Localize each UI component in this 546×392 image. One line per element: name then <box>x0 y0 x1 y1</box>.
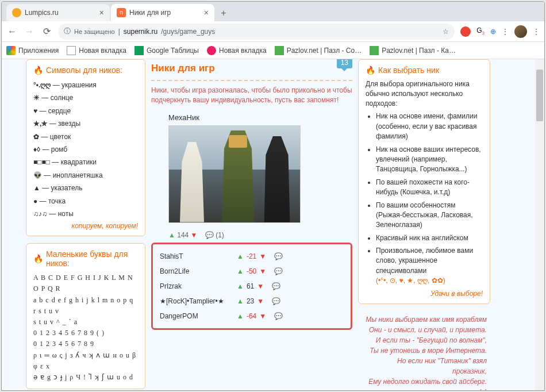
page-title: Ники для игр <box>151 63 352 74</box>
profile-avatar[interactable] <box>514 25 527 38</box>
star-icon[interactable]: ☆ <box>443 28 449 36</box>
fire-icon: 🔥 <box>366 66 375 75</box>
reload-icon[interactable]: ⟳ <box>41 26 52 37</box>
letter-line[interactable]: 0 1 2 3 4 5 6 7 8 9 <box>33 339 138 349</box>
letter-line[interactable]: A B C D E F G H I J K L M N O P Q R <box>33 272 138 294</box>
symbol-row[interactable]: 👽 — инопланетяшка <box>33 170 138 181</box>
luck-text: Удачи в выборе! <box>366 290 483 298</box>
page-header: Ники для игр 13 <box>151 59 352 81</box>
downvote-icon[interactable]: ▼ <box>191 231 198 239</box>
upvote-icon[interactable]: ▲ <box>237 297 244 305</box>
back-icon[interactable]: ← <box>6 26 18 37</box>
url-host: supernik.ru <box>124 28 157 36</box>
symbol-row[interactable]: °•.ღღ — украшения <box>33 79 138 91</box>
comment-icon[interactable]: 💬 <box>205 231 214 239</box>
downvote-icon[interactable]: ▼ <box>259 267 266 275</box>
upvote-icon[interactable]: ▲ <box>237 312 244 320</box>
symbol-row[interactable]: ▲ — указатель <box>33 182 138 194</box>
tip-item: По вашим особенностям (Рыжая-бесстыжая, … <box>376 201 483 230</box>
apps-button[interactable]: Приложения <box>6 46 59 55</box>
ext-icon[interactable]: ⊕ <box>490 28 496 36</box>
tab-niki[interactable]: n Ники для игр × <box>111 4 214 21</box>
pink-icon <box>207 46 216 55</box>
vote-count: 144 <box>177 231 189 239</box>
upvote-icon[interactable]: ▲ <box>168 231 175 239</box>
comment-icon[interactable]: 💬 <box>274 267 283 275</box>
sheets-icon <box>134 46 144 55</box>
tab-lumpics[interactable]: Lumpics.ru × <box>6 4 110 21</box>
ext-icon[interactable]: ⋮ <box>502 28 509 36</box>
new-tab-button[interactable]: + <box>216 5 232 21</box>
poem-block: Мы ники выбираем как имя кораблямОни - и… <box>358 311 490 390</box>
menu-icon[interactable]: ⋮ <box>533 28 540 36</box>
letter-line[interactable]: 0 1 2 3 4 5 6 7 8 9 ( ) <box>33 328 138 339</box>
toolbar: ← → ⟳ ⓘ Не защищено | supernik.ru/guys/g… <box>2 21 544 42</box>
tip-item: Ник на основе ваших интересов, увлечений… <box>376 145 483 175</box>
intro-text: Ники, чтобы игра разогналась, чтобы было… <box>151 86 352 105</box>
downvote-icon[interactable]: ▼ <box>257 282 264 290</box>
upvote-icon[interactable]: ▲ <box>237 252 244 260</box>
symbol-row[interactable]: ☀ — солнце <box>33 92 138 103</box>
nick-name[interactable]: PrIzrak <box>160 282 229 290</box>
downvote-icon[interactable]: ▼ <box>257 297 264 305</box>
letter-line[interactable]: s t u v ^ _ ` a <box>33 317 138 328</box>
letter-line[interactable]: ǝ ɐ g ɔ ɟ ј ρ Ч ! Ⴈ ʞ ʃ ɯ u o d <box>33 372 138 383</box>
nick-name[interactable]: ★[RocK]•Tamplier•★ <box>160 297 229 305</box>
url-path: /guys/game_guys <box>161 28 215 36</box>
ext-icon[interactable]: G3 <box>476 26 485 36</box>
symbol-row[interactable]: ■□■□ — квадратики <box>33 156 138 168</box>
nick-list: StahisT ▲ -21 ▼ 💬Born2Life ▲ -50 ▼ 💬PrIz… <box>151 243 352 330</box>
count-badge: 13 <box>337 59 352 68</box>
panel-title: Маленькие буквы для ников: <box>46 249 138 268</box>
url-bar[interactable]: ⓘ Не защищено | supernik.ru/guys/game_gu… <box>58 24 455 40</box>
bookmark-item[interactable]: Pazlov.net | Пазл - Со… <box>275 46 362 55</box>
symbol-row[interactable]: ♥ — сердце <box>33 105 138 117</box>
scrollbar[interactable] <box>535 59 544 390</box>
letter-line[interactable]: ρ ι ═ ω ς ј з ʎ ч ʞ ʌ ɯ н о u β φ ε х <box>33 350 138 372</box>
comment-icon[interactable]: 💬 <box>274 252 283 260</box>
nick-name[interactable]: Born2Life <box>160 267 229 275</box>
nick-row: StahisT ▲ -21 ▼ 💬 <box>160 249 344 264</box>
nick-row: Born2Life ▲ -50 ▼ 💬 <box>160 264 344 279</box>
nick-score: -64 <box>247 312 256 320</box>
upvote-icon[interactable]: ▲ <box>237 282 244 290</box>
copy-hint: копируем, копируем! <box>33 222 138 230</box>
bookmark-item[interactable]: Google Таблицы <box>134 46 199 55</box>
ext-icon[interactable] <box>460 26 471 37</box>
forward-icon[interactable]: → <box>24 26 35 37</box>
featured-nick: МехаНик <box>151 111 352 223</box>
close-icon[interactable]: × <box>99 8 104 17</box>
comment-icon[interactable]: 💬 <box>272 297 280 305</box>
fire-icon: 🔥 <box>33 66 43 75</box>
comment-icon[interactable]: 💬 <box>272 282 280 290</box>
symbol-row[interactable]: ♦◊ — ромб <box>33 144 138 155</box>
nick-score: -50 <box>247 267 256 275</box>
info-icon: ⓘ <box>64 26 71 36</box>
bookmarks-bar: Приложения Новая вкладка Google Таблицы … <box>2 42 544 59</box>
symbol-row[interactable]: ✿ — цветок <box>33 131 138 143</box>
nick-score: -21 <box>247 252 256 260</box>
bookmark-item[interactable]: Новая вкладка <box>67 46 126 55</box>
nick-name[interactable]: DangerPOM <box>160 312 229 320</box>
bookmark-item[interactable]: Новая вкладка <box>207 46 267 55</box>
scroll-thumb[interactable] <box>536 70 543 121</box>
symbol-row[interactable]: ● — точка <box>33 195 138 207</box>
puzzle-icon <box>370 46 379 55</box>
upvote-icon[interactable]: ▲ <box>237 267 244 275</box>
howto-intro: Для выбора оригинального ника обычно исп… <box>366 79 483 108</box>
comment-icon[interactable]: 💬 <box>274 312 283 320</box>
symbol-row[interactable]: ★,✮ — звезды <box>33 118 138 129</box>
downvote-icon[interactable]: ▼ <box>259 312 266 320</box>
tab-title: Lumpics.ru <box>25 9 96 17</box>
puzzle-icon <box>275 46 284 55</box>
nick-row: PrIzrak ▲ 61 ▼ 💬 <box>160 279 344 294</box>
symbol-row[interactable]: ♫♪♫ — ноты <box>33 208 138 220</box>
nick-row: ★[RocK]•Tamplier•★ ▲ 23 ▼ 💬 <box>160 294 344 309</box>
downvote-icon[interactable]: ▼ <box>259 252 266 260</box>
bookmark-item[interactable]: Pazlov.net | Пазл - Ка… <box>370 46 456 55</box>
nick-name[interactable]: StahisT <box>160 252 229 260</box>
letter-line[interactable]: a b c d e f g h i j k l m n o p q r s t … <box>33 295 138 317</box>
howto-panel: 🔥Как выбрать ник Для выбора оригинальног… <box>358 59 490 304</box>
close-icon[interactable]: × <box>204 8 209 17</box>
panel-title: Символы для ников: <box>46 66 122 75</box>
